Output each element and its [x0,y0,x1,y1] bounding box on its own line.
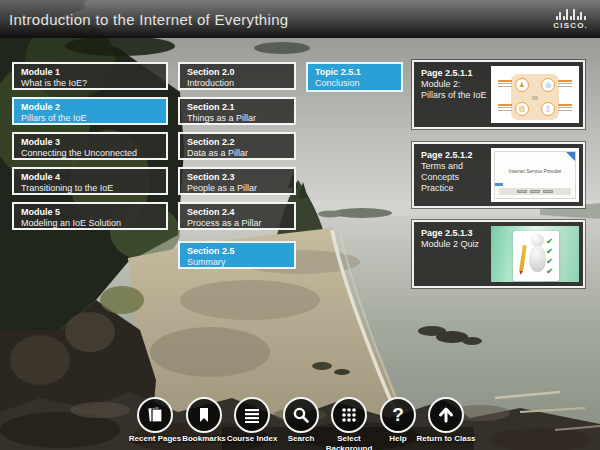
bookmark-icon [194,405,214,425]
module-subtitle: Connecting the Unconnected [21,148,159,159]
isp-slide-text: Internet Service Provider [503,169,567,174]
page-title-label: Page 2.5.1.3 [421,228,487,239]
module-item-4[interactable]: Module 4 Transitioning to the IoE [12,167,168,195]
section-title: Section 2.5 [187,246,287,257]
cisco-bars-icon [556,9,586,20]
section-title: Section 2.1 [187,102,287,113]
section-subtitle: Data as a Pillar [187,148,287,159]
page-subtitle-label: Module 2 Quiz [421,239,487,250]
checkmarks-icon: ✔ ✔ ✔ ✔ [546,237,553,277]
section-subtitle: Process as a Pillar [187,218,287,229]
page-title-label: Page 2.5.1.2 [421,150,487,161]
page-title: Introduction to the Internet of Everythi… [9,11,288,28]
search-icon [291,405,311,425]
course-screen: Introduction to the Internet of Everythi… [0,0,600,450]
module-title: Module 5 [21,207,159,218]
section-subtitle: Introduction [187,78,287,89]
cisco-wordmark: CISCO. [553,21,588,30]
section-subtitle: Summary [187,257,287,268]
section-title: Section 2.0 [187,67,287,78]
recent-pages-icon [145,405,165,425]
section-item-2-4[interactable]: Section 2.4 Process as a Pillar [178,202,296,230]
module-title: Module 2 [21,102,159,113]
topic-title: Topic 2.5.1 [315,67,394,78]
header-bar: Introduction to the Internet of Everythi… [0,0,600,38]
isp-practice-thumbnail: Internet Service Provider [491,148,579,202]
module-item-3[interactable]: Module 3 Connecting the Unconnected [12,132,168,160]
section-item-2-0[interactable]: Section 2.0 Introduction [178,62,296,90]
section-title: Section 2.3 [187,172,287,183]
section-item-2-1[interactable]: Section 2.1 Things as a Pillar [178,97,296,125]
page-item-2-5-1-2[interactable]: Page 2.5.1.2 Terms and Concepts Practice… [412,142,585,208]
section-subtitle: Things as a Pillar [187,113,287,124]
page-subtitle-label: Module 2: Pillars of the IoE [421,79,487,101]
module-subtitle: Modeling an IoE Solution [21,218,159,229]
module-title: Module 1 [21,67,159,78]
module-subtitle: Transitioning to the IoE [21,183,159,194]
select-background-icon [339,405,359,425]
page-title-label: Page 2.5.1.1 [421,68,487,79]
module-title: Module 3 [21,137,159,148]
return-to-class-icon [436,405,456,425]
quiz-figure-thumbnail: ✔ ✔ ✔ ✔ [491,226,579,282]
pencil-icon [519,245,527,271]
pillars-diagram-thumbnail: ♟ ◎ ▥ ▯ [491,66,579,123]
slide-corner-ribbon [566,152,575,161]
section-item-2-3[interactable]: Section 2.3 People as a Pillar [178,167,296,195]
module-title: Module 4 [21,172,159,183]
section-item-2-2[interactable]: Section 2.2 Data as a Pillar [178,132,296,160]
return-to-class-button[interactable]: Return to Class [414,397,478,444]
section-title: Section 2.4 [187,207,287,218]
module-item-2-active[interactable]: Module 2 Pillars of the IoE [12,97,168,125]
module-subtitle: Pillars of the IoE [21,113,159,124]
topic-item-2-5-1-active[interactable]: Topic 2.5.1 Conclusion [306,62,403,92]
module-subtitle: What is the IoE? [21,78,159,89]
section-item-2-5-active[interactable]: Section 2.5 Summary [178,241,296,269]
page-item-2-5-1-1[interactable]: Page 2.5.1.1 Module 2: Pillars of the Io… [412,60,585,129]
section-title: Section 2.2 [187,137,287,148]
cisco-logo: CISCO. [553,9,588,30]
course-index-icon [242,405,262,425]
tool-label: Return to Class [414,434,478,444]
page-subtitle-label: Terms and Concepts Practice [421,161,487,194]
page-item-2-5-1-3[interactable]: Page 2.5.1.3 Module 2 Quiz ✔ ✔ ✔ ✔ [412,220,585,288]
topic-subtitle: Conclusion [315,78,394,89]
module-item-5[interactable]: Module 5 Modeling an IoE Solution [12,202,168,230]
module-item-1[interactable]: Module 1 What is the IoE? [12,62,168,90]
section-subtitle: People as a Pillar [187,183,287,194]
help-icon: ? [392,404,404,426]
